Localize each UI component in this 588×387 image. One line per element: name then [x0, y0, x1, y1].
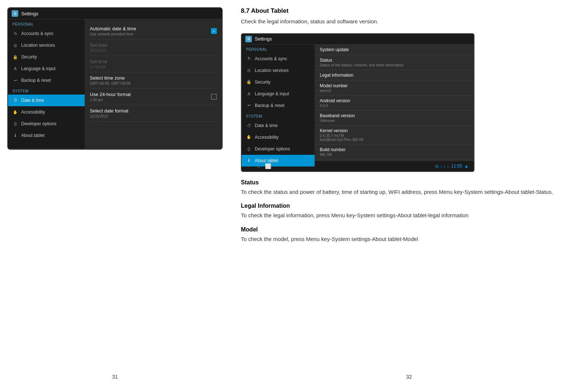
setting-set-time: Set time 11:55 AM: [90, 56, 217, 72]
personal-label-left: PERSONAL: [8, 19, 85, 28]
tablet-screenshot-left: ⚙ Settings PERSONAL ↻ Accounts & sync ◎ …: [7, 7, 223, 150]
model-desc: To check the model, press Menu key-Syste…: [241, 235, 577, 244]
about-kernel[interactable]: Kernel version 2.6.35.7-insTM bob@bob-Op…: [315, 126, 474, 145]
accessibility-icon-left: ✋: [12, 109, 18, 115]
sidebar-item-backup-left[interactable]: ↩ Backup & reset: [8, 74, 85, 86]
location-label-right: Location services: [255, 68, 289, 73]
backup-label-right: Backup & reset: [255, 103, 284, 108]
security-icon-right: 🔒: [246, 79, 252, 85]
sidebar-security-right[interactable]: 🔒 Security: [242, 76, 315, 88]
tablet-content-right: PERSONAL ↻ Accounts & sync ◎ Location se…: [242, 45, 474, 161]
system-label-right: SYSTEM: [242, 111, 315, 120]
date-format-subtitle: 12/31/2012: [90, 114, 217, 118]
sidebar-item-language-left[interactable]: A Language & input: [8, 63, 85, 74]
sidebar-item-about-left[interactable]: ℹ About tablet: [8, 130, 85, 141]
settings-content-left: Automatic date & time Use network-provid…: [85, 19, 222, 125]
time-right: 11:55: [451, 164, 462, 169]
personal-label-right: PERSONAL: [242, 45, 315, 53]
about-baseband[interactable]: Baseband version Unknown: [315, 111, 474, 126]
status-title: Status: [320, 58, 469, 63]
24hour-checkbox[interactable]: [211, 94, 217, 100]
datetime-label-right: Date & time: [255, 123, 278, 128]
24hour-title: Use 24-hour format: [90, 92, 131, 97]
tablet-titlebar-right: ⚙ Settings: [242, 34, 474, 45]
security-icon-left: 🔒: [12, 54, 18, 60]
sidebar-item-accounts-left[interactable]: ↻ Accounts & sync: [8, 28, 85, 39]
about-build-number[interactable]: Build number IML74K: [315, 145, 474, 160]
sidebar-developer-right[interactable]: {} Developer options: [242, 143, 315, 155]
datetime-icon-left: ⏱: [12, 97, 18, 103]
accessibility-icon-right: ✋: [246, 134, 252, 140]
accessibility-label-left: Accessibility: [21, 110, 45, 115]
developer-label-left: Developer options: [21, 121, 57, 126]
language-icon-right: A: [246, 91, 252, 97]
tablet-main-right: System update Status Status of the batte…: [315, 45, 474, 161]
security-label-right: Security: [255, 80, 270, 85]
sidebar-datetime-right[interactable]: ⏱ Date & time: [242, 120, 315, 131]
sidebar-item-accessibility-left[interactable]: ✋ Accessibility: [8, 106, 85, 118]
about-icon-right: ℹ: [246, 158, 252, 164]
timezone-subtitle: GMT+00:00, GMT+00:00: [90, 81, 217, 85]
tablet-title-left: Settings: [21, 11, 38, 16]
location-icon-left: ◎: [12, 42, 18, 48]
status-icons-right: ◎ ↓ ↓ ↓: [435, 164, 449, 169]
baseband-title: Baseband version: [320, 113, 469, 118]
sidebar-item-location-left[interactable]: ◎ Location services: [8, 39, 85, 51]
setting-timezone[interactable]: Select time zone GMT+00:00, GMT+00:00: [90, 72, 217, 89]
back-icon-right[interactable]: ←: [247, 163, 252, 169]
about-android-version[interactable]: Android version 4.0.3: [315, 96, 474, 111]
system-update-title: System update: [320, 47, 469, 52]
sidebar-language-right[interactable]: A Language & input: [242, 88, 315, 100]
set-date-title: Set date: [90, 42, 217, 48]
developer-icon-left: {}: [12, 121, 18, 127]
tablet-sidebar-right: PERSONAL ↻ Accounts & sync ◎ Location se…: [242, 45, 315, 161]
tablet-sidebar-left: PERSONAL ↻ Accounts & sync ◎ Location se…: [8, 19, 85, 149]
about-system-update[interactable]: System update: [315, 45, 474, 55]
settings-icon-left: ⚙: [12, 10, 18, 17]
language-icon-left: A: [12, 66, 18, 72]
about-legal[interactable]: Legal information: [315, 70, 474, 81]
sidebar-accessibility-right[interactable]: ✋ Accessibility: [242, 131, 315, 143]
page-number-right: 32: [406, 374, 412, 380]
language-label-left: Language & input: [21, 66, 55, 71]
about-model-number[interactable]: Model number wwe10: [315, 81, 474, 96]
about-label-left: About tablet: [21, 133, 45, 138]
sidebar-location-right[interactable]: ◎ Location services: [242, 65, 315, 76]
bottom-nav-right: ← ⌂ ⬜: [247, 163, 271, 169]
24hour-subtitle: 1:00 pm: [90, 98, 131, 102]
status-subtitle: Status of the battery, network, and othe…: [320, 63, 469, 67]
auto-datetime-subtitle: Use network-provided time: [90, 32, 136, 36]
backup-label-left: Backup & reset: [21, 78, 51, 83]
sidebar-accounts-right[interactable]: ↻ Accounts & sync: [242, 53, 315, 65]
status-desc: To check the status and power of battery…: [241, 188, 577, 196]
sidebar-item-security-left[interactable]: 🔒 Security: [8, 51, 85, 63]
section-title: 8.7 About Tablet: [241, 7, 577, 15]
accounts-label-right: Accounts & sync: [255, 56, 287, 61]
language-label-right: Language & input: [255, 91, 289, 96]
setting-24hour[interactable]: Use 24-hour format 1:00 pm: [90, 89, 217, 105]
developer-icon-right: {}: [246, 146, 252, 152]
model-heading: Model: [241, 226, 577, 233]
accessibility-label-right: Accessibility: [255, 135, 278, 140]
auto-datetime-checkbox[interactable]: ✓: [211, 28, 217, 34]
about-icon-left: ℹ: [12, 133, 18, 138]
sidebar-item-datetime-left[interactable]: ⏱ Date & time: [8, 95, 85, 106]
date-format-title: Select date format: [90, 108, 217, 114]
setting-auto-datetime[interactable]: Automatic date & time Use network-provid…: [90, 23, 217, 39]
backup-icon-right: ↩: [246, 103, 252, 108]
sidebar-backup-right[interactable]: ↩ Backup & reset: [242, 100, 315, 111]
about-status[interactable]: Status Status of the battery, network, a…: [315, 55, 474, 70]
setting-set-date: Set date 3/20/2012: [90, 39, 217, 56]
build-number-subtitle: IML74K: [320, 153, 469, 157]
location-label-left: Location services: [21, 43, 55, 48]
legal-title: Legal information: [320, 73, 469, 78]
accounts-label-left: Accounts & sync: [21, 31, 54, 36]
setting-date-format[interactable]: Select date format 12/31/2012: [90, 105, 217, 122]
sidebar-item-developer-left[interactable]: {} Developer options: [8, 118, 85, 130]
legal-heading: Legal Information: [241, 203, 577, 209]
auto-datetime-title: Automatic date & time: [90, 26, 136, 31]
home-icon-right[interactable]: ⌂: [257, 163, 260, 169]
recents-icon-right[interactable]: ⬜: [265, 163, 271, 169]
set-time-subtitle: 11:55 AM: [90, 65, 217, 69]
backup-icon-left: ↩: [12, 77, 18, 83]
